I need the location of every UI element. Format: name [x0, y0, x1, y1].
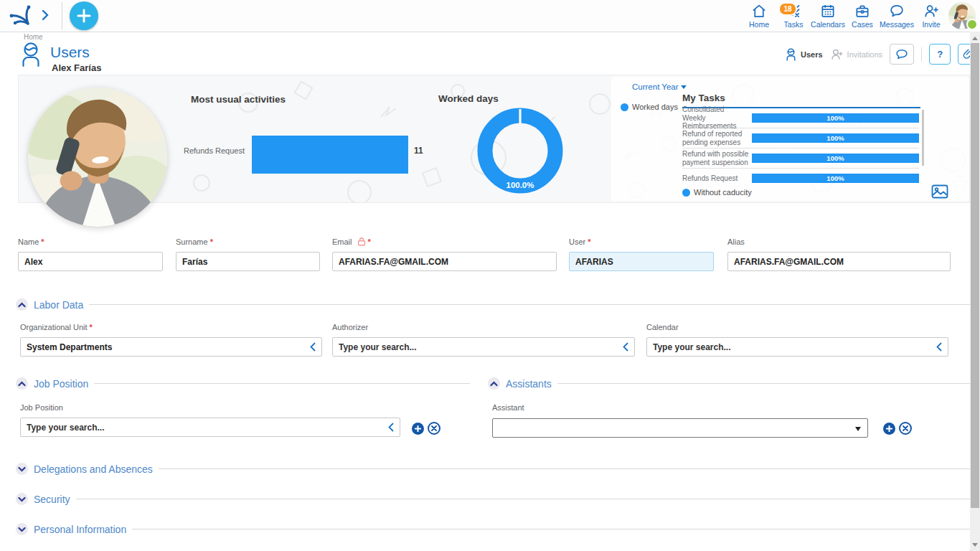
- chevron-left-icon[interactable]: [936, 342, 942, 352]
- tab-invitations-label: Invitations: [847, 50, 883, 59]
- home-icon: [742, 2, 776, 19]
- worked-days-legend: Worked days: [621, 103, 678, 111]
- chevron-up-icon: [488, 377, 500, 390]
- task-progress-value: 100%: [752, 114, 919, 122]
- section-personal-information[interactable]: Personal Information: [16, 523, 970, 535]
- surname-label: Surname*: [176, 237, 320, 246]
- section-job-position-title: Job Position: [34, 378, 88, 390]
- authorizer-input[interactable]: [332, 337, 635, 357]
- alias-label: Alias: [727, 237, 951, 246]
- alias-input[interactable]: [727, 252, 951, 271]
- org-unit-input[interactable]: [20, 337, 322, 357]
- section-assistants[interactable]: Assistants: [488, 377, 970, 390]
- change-image-button[interactable]: [931, 184, 948, 202]
- section-labor-data[interactable]: Labor Data: [16, 298, 970, 311]
- email-input[interactable]: [332, 252, 557, 271]
- nav-cases-label: Cases: [845, 20, 880, 29]
- lock-icon: [357, 237, 366, 246]
- name-input[interactable]: [18, 252, 163, 271]
- briefcase-icon: [845, 2, 880, 19]
- authorizer-label: Authorizer: [332, 322, 635, 331]
- scroll-up-arrow-icon[interactable]: [972, 37, 978, 40]
- nav-invite[interactable]: Invite: [914, 2, 948, 29]
- add-assistant-button[interactable]: [883, 423, 895, 435]
- nav-tasks[interactable]: Tasks 18: [776, 2, 811, 29]
- section-divider-line: [132, 529, 970, 529]
- help-button[interactable]: ?: [929, 44, 951, 65]
- online-status-dot: [966, 19, 978, 30]
- chevron-up-icon: [16, 298, 28, 311]
- nav-calendars[interactable]: Calendars: [811, 2, 845, 29]
- chevron-left-icon[interactable]: [310, 342, 316, 352]
- field-assistant: Assistant: [492, 402, 868, 418]
- field-organizational-unit: Organizational Unit*: [20, 322, 322, 357]
- chevron-down-icon: [855, 427, 861, 431]
- surname-input[interactable]: [176, 252, 320, 271]
- nav-home-label: Home: [742, 20, 776, 29]
- field-authorizer: Authorizer: [332, 322, 635, 357]
- add-job-position-button[interactable]: [412, 423, 424, 435]
- my-tasks-legend-label: Without caducity: [694, 188, 752, 197]
- image-icon: [931, 184, 948, 199]
- user-input[interactable]: [569, 252, 714, 271]
- comments-button[interactable]: [890, 44, 914, 65]
- chevron-down-icon: [16, 463, 28, 475]
- scrollbar-thumb[interactable]: [971, 43, 979, 508]
- my-tasks-list: Consolidated Weekly Reimbursements 100% …: [682, 108, 919, 188]
- worked-days-legend-label: Worked days: [632, 103, 678, 111]
- nav-messages[interactable]: Messages: [880, 2, 914, 29]
- breadcrumb: Home: [24, 33, 43, 41]
- task-row: Refund of reported pending expenses 100%: [682, 128, 919, 149]
- user-label: User*: [569, 237, 714, 246]
- my-tasks-scrollbar[interactable]: [922, 110, 924, 166]
- section-divider-line: [159, 468, 970, 469]
- section-divider-line: [76, 499, 970, 499]
- field-job-position: Job Position: [20, 402, 400, 437]
- create-new-button[interactable]: [70, 1, 98, 30]
- chevron-left-icon[interactable]: [623, 342, 628, 352]
- page-scrollbar[interactable]: [970, 32, 980, 551]
- plus-icon: [415, 425, 421, 432]
- legend-dot-icon: [682, 189, 690, 197]
- expand-menu-chevron-icon[interactable]: [42, 9, 49, 24]
- tab-users[interactable]: Users: [785, 48, 823, 61]
- task-row: Consolidated Weekly Reimbursements 100%: [682, 108, 919, 128]
- profile-avatar[interactable]: [948, 2, 976, 29]
- period-selector-label: Current Year: [632, 83, 679, 91]
- assistant-select[interactable]: [492, 418, 868, 438]
- section-divider-line: [557, 383, 970, 384]
- remove-assistant-button[interactable]: [899, 422, 912, 435]
- task-label: Refund of reported pending expenses: [682, 130, 752, 146]
- calendar-input[interactable]: [646, 337, 948, 357]
- page-subtitle: Alex Farías: [52, 62, 101, 73]
- nav-home[interactable]: Home: [742, 2, 776, 29]
- field-calendar: Calendar: [646, 322, 948, 357]
- section-divider-line: [94, 383, 470, 384]
- section-assistants-title: Assistants: [506, 378, 552, 390]
- section-security[interactable]: Security: [16, 493, 970, 505]
- scroll-down-arrow-icon[interactable]: [972, 543, 978, 547]
- section-job-position[interactable]: Job Position: [16, 377, 470, 390]
- remove-job-position-button[interactable]: [428, 422, 440, 435]
- tab-invitations[interactable]: Invitations: [830, 48, 883, 61]
- user-photo: [28, 88, 167, 227]
- job-position-input[interactable]: [20, 418, 400, 437]
- task-row: Refund with possible payment suspension …: [682, 149, 919, 169]
- nav-cases[interactable]: Cases: [845, 2, 880, 29]
- nav-calendars-label: Calendars: [811, 20, 845, 29]
- topbar-divider: [62, 2, 62, 29]
- section-delegations[interactable]: Delegations and Absences: [16, 463, 970, 475]
- topbar-nav: Home Tasks 18: [742, 2, 948, 29]
- chevron-up-icon: [16, 377, 28, 390]
- chevron-left-icon[interactable]: [388, 423, 394, 432]
- task-label: Refund with possible payment suspension: [682, 150, 752, 166]
- name-label: Name*: [18, 237, 163, 246]
- section-labor-title: Labor Data: [34, 299, 83, 311]
- org-unit-label: Organizational Unit*: [20, 322, 322, 331]
- my-tasks-legend: Without caducity: [682, 188, 752, 197]
- period-selector[interactable]: Current Year: [632, 83, 687, 91]
- activities-chart-title: Most usual activities: [191, 94, 286, 105]
- calendar-label: Calendar: [646, 322, 948, 331]
- field-user: User*: [569, 237, 714, 271]
- tab-users-label: Users: [801, 50, 823, 59]
